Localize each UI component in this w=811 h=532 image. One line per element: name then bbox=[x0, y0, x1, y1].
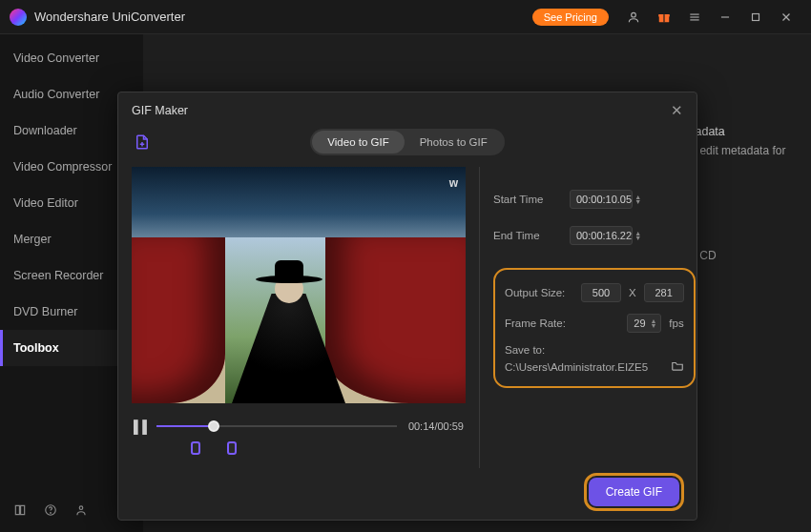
create-gif-button[interactable]: Create GIF bbox=[589, 478, 679, 506]
output-width-input[interactable]: 500 bbox=[581, 283, 621, 302]
sidebar-item-video-converter[interactable]: Video Converter bbox=[0, 40, 143, 76]
trim-start-handle[interactable] bbox=[191, 441, 200, 455]
minimize-icon[interactable] bbox=[714, 6, 737, 29]
stepper-icon[interactable]: ▲▼ bbox=[651, 318, 657, 328]
tab-photos-to-gif[interactable]: Photos to GIF bbox=[405, 131, 503, 153]
see-pricing-button[interactable]: See Pricing bbox=[532, 9, 609, 26]
app-name: Wondershare UniConverter bbox=[34, 10, 185, 24]
frame-rate-label: Frame Rate: bbox=[505, 317, 573, 329]
output-settings-highlight: Output Size: 500 X 281 Frame Rate: 29▲▼ … bbox=[493, 268, 696, 388]
modal-title: GIF Maker bbox=[132, 104, 188, 117]
trim-end-handle[interactable] bbox=[227, 441, 237, 455]
output-height-input[interactable]: 281 bbox=[644, 283, 684, 302]
gif-maker-modal: GIF Maker ✕ Video to GIF Photos to GIF bbox=[117, 92, 697, 521]
frame-rate-input[interactable]: 29▲▼ bbox=[627, 314, 661, 333]
pause-button[interactable]: ▌▌ bbox=[134, 419, 149, 434]
tab-video-to-gif[interactable]: Video to GIF bbox=[312, 131, 404, 153]
timecode: 00:14/00:59 bbox=[408, 420, 464, 432]
manual-icon[interactable] bbox=[13, 503, 27, 521]
stepper-icon[interactable]: ▲▼ bbox=[634, 231, 641, 240]
svg-point-12 bbox=[51, 513, 52, 514]
svg-point-13 bbox=[79, 506, 83, 510]
svg-point-0 bbox=[632, 12, 636, 17]
svg-rect-8 bbox=[753, 13, 759, 20]
help-icon[interactable] bbox=[44, 503, 57, 521]
menu-icon[interactable] bbox=[683, 6, 706, 29]
close-icon[interactable] bbox=[775, 6, 798, 29]
account-icon[interactable] bbox=[622, 6, 645, 29]
seek-track[interactable] bbox=[156, 417, 397, 436]
watermark-icon: w bbox=[449, 176, 458, 190]
gift-icon[interactable] bbox=[653, 6, 676, 29]
modal-close-icon[interactable]: ✕ bbox=[671, 102, 683, 119]
trim-bar[interactable] bbox=[155, 440, 443, 459]
mode-segmented: Video to GIF Photos to GIF bbox=[310, 129, 504, 155]
end-time-label: End Time bbox=[493, 230, 562, 241]
start-time-input[interactable]: 00:00:10.05▲▼ bbox=[570, 190, 633, 209]
folder-icon[interactable] bbox=[671, 359, 684, 375]
video-preview[interactable]: w bbox=[132, 167, 466, 403]
add-file-icon[interactable] bbox=[132, 132, 153, 153]
stepper-icon[interactable]: ▲▼ bbox=[634, 194, 641, 204]
maximize-icon[interactable] bbox=[744, 6, 767, 29]
profile-icon[interactable] bbox=[74, 503, 88, 521]
start-time-label: Start Time bbox=[493, 194, 562, 205]
app-logo bbox=[10, 9, 27, 26]
output-size-label: Output Size: bbox=[505, 287, 573, 298]
save-path: C:\Users\Administrator.EIZE5 bbox=[505, 361, 665, 373]
end-time-input[interactable]: 00:00:16.22▲▼ bbox=[570, 226, 633, 245]
svg-rect-3 bbox=[663, 14, 664, 22]
save-to-label: Save to: bbox=[505, 344, 684, 356]
x-separator: X bbox=[629, 287, 636, 298]
fps-label: fps bbox=[669, 317, 683, 329]
